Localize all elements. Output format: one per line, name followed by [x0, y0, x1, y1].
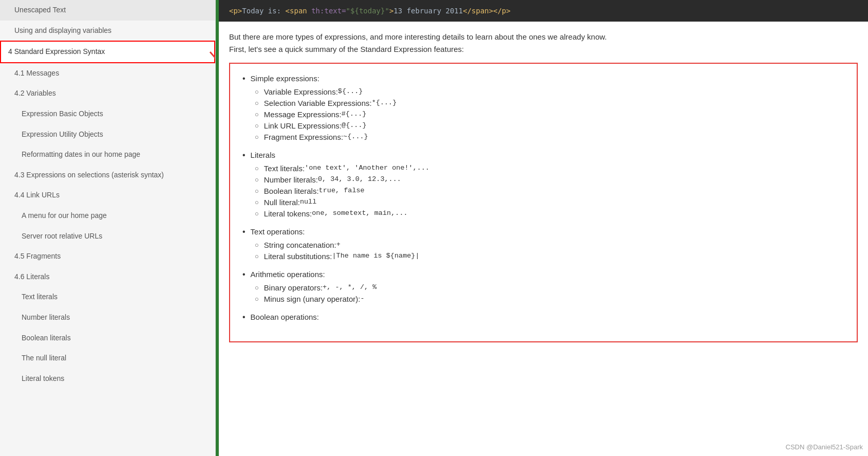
code-value-2-0: + — [336, 241, 341, 248]
code-text: Today is: — [242, 7, 285, 15]
sub-item-1-3: Null literal: null — [255, 198, 844, 207]
code-value-1-1: 0, 34, 3.0, 12.3,... — [318, 175, 401, 183]
sidebar-item-null-literal[interactable]: The null literal — [0, 348, 215, 369]
sidebar-item-menu-home[interactable]: A menu for our home page — [0, 206, 215, 226]
code-value-0-3: @{...} — [342, 121, 367, 129]
code-value-1-3: null — [300, 198, 316, 206]
sidebar-item-standard-expression[interactable]: 4 Standard Expression Syntax — [0, 41, 215, 63]
sub-item-0-4: Fragment Expressions: ~{...} — [255, 133, 844, 141]
sidebar-item-unescaped-text[interactable]: Unescaped Text — [0, 0, 215, 21]
sidebar-item-variables[interactable]: 4.2 Variables — [0, 83, 215, 104]
code-value-0-1: *{...} — [372, 99, 397, 106]
sub-item-2-1: Literal substitutions: |The name is ${na… — [255, 252, 844, 261]
sidebar-item-using-displaying[interactable]: Using and displaying variables — [0, 21, 215, 41]
sidebar-item-server-root[interactable]: Server root relative URLs — [0, 226, 215, 247]
sub-item-0-2: Message Expressions: #{...} — [255, 110, 844, 119]
summary-section-4: Boolean operations: — [242, 313, 844, 322]
sidebar-item-number-literals[interactable]: Number literals — [0, 307, 215, 328]
intro-line2: First, let's see a quick summary of the … — [229, 43, 858, 56]
code-value-0-4: ~{...} — [343, 133, 368, 140]
section-label-2: Text operations: — [251, 227, 305, 236]
summary-section-0: Simple expressions:Variable Expressions:… — [242, 74, 844, 141]
code-block: <p>Today is: <span th:text="${today}">13… — [219, 0, 868, 22]
code-value-3-1: - — [360, 295, 364, 302]
main-content: <p>Today is: <span th:text="${today}">13… — [219, 0, 868, 456]
code-span-open: <span — [286, 7, 312, 15]
sidebar-item-fragments[interactable]: 4.5 Fragments — [0, 246, 215, 267]
section-label-3: Arithmetic operations: — [251, 270, 325, 279]
code-attr: th:text= — [311, 7, 346, 15]
sidebar-item-expr-basic[interactable]: Expression Basic Objects — [0, 104, 215, 124]
sidebar-item-text-literals[interactable]: Text literals — [0, 287, 215, 307]
code-value-2-1: |The name is ${name}| — [332, 252, 419, 260]
sub-item-0-0: Variable Expressions: ${...} — [255, 87, 844, 96]
sidebar-item-literal-tokens[interactable]: Literal tokens — [0, 369, 215, 389]
summary-section-2: Text operations:String concatenation: +L… — [242, 227, 844, 261]
sidebar-item-boolean-literals[interactable]: Boolean literals — [0, 328, 215, 349]
summary-section-3: Arithmetic operations:Binary operators: … — [242, 270, 844, 303]
code-span-close: </span></p> — [463, 7, 511, 15]
sub-item-1-2: Boolean literals: true, false — [255, 187, 844, 195]
summary-box: Simple expressions:Variable Expressions:… — [229, 63, 858, 342]
code-value-1-0: 'one text', 'Another one!',... — [305, 164, 429, 172]
sidebar-item-literals[interactable]: 4.6 Literals — [0, 267, 215, 287]
code-value-3-0: +, -, *, /, % — [323, 283, 376, 291]
code-tag: <p> — [229, 7, 242, 15]
section-label-0: Simple expressions: — [251, 74, 319, 83]
code-value-1-4: one, sometext, main,... — [312, 209, 407, 217]
sub-item-0-3: Link URL Expressions: @{...} — [255, 121, 844, 130]
intro-text: But there are more types of expressions,… — [219, 22, 868, 63]
code-value-0-2: #{...} — [342, 110, 367, 118]
watermark: CSDN @Daniel521-Spark — [786, 443, 863, 451]
sub-item-3-1: Minus sign (unary operator): - — [255, 295, 844, 303]
intro-line1: But there are more types of expressions,… — [229, 31, 858, 43]
summary-section-1: LiteralsText literals: 'one text', 'Anot… — [242, 151, 844, 218]
code-val: "${today}" — [346, 7, 389, 15]
sub-item-1-4: Literal tokens: one, sometext, main,... — [255, 209, 844, 218]
sub-item-1-0: Text literals: 'one text', 'Another one!… — [255, 164, 844, 173]
sub-item-0-1: Selection Variable Expressions: *{...} — [255, 99, 844, 107]
section-label-4: Boolean operations: — [251, 313, 319, 321]
sub-item-1-1: Number literals: 0, 34, 3.0, 12.3,... — [255, 175, 844, 184]
sidebar-item-selections[interactable]: 4.3 Expressions on selections (asterisk … — [0, 165, 215, 186]
sidebar-item-messages[interactable]: 4.1 Messages — [0, 63, 215, 84]
code-date: 13 february 2011 — [393, 7, 463, 15]
sub-item-2-0: String concatenation: + — [255, 241, 844, 249]
sub-item-3-0: Binary operators: +, -, *, /, % — [255, 283, 844, 292]
sidebar-item-expr-utility[interactable]: Expression Utility Objects — [0, 124, 215, 145]
section-label-1: Literals — [251, 151, 275, 159]
code-value-1-2: true, false — [319, 187, 365, 194]
sidebar: Unescaped TextUsing and displaying varia… — [0, 0, 216, 456]
sidebar-item-reformatting[interactable]: Reformatting dates in our home page — [0, 144, 215, 165]
code-value-0-0: ${...} — [338, 87, 363, 95]
sidebar-item-link-urls[interactable]: 4.4 Link URLs — [0, 185, 215, 206]
